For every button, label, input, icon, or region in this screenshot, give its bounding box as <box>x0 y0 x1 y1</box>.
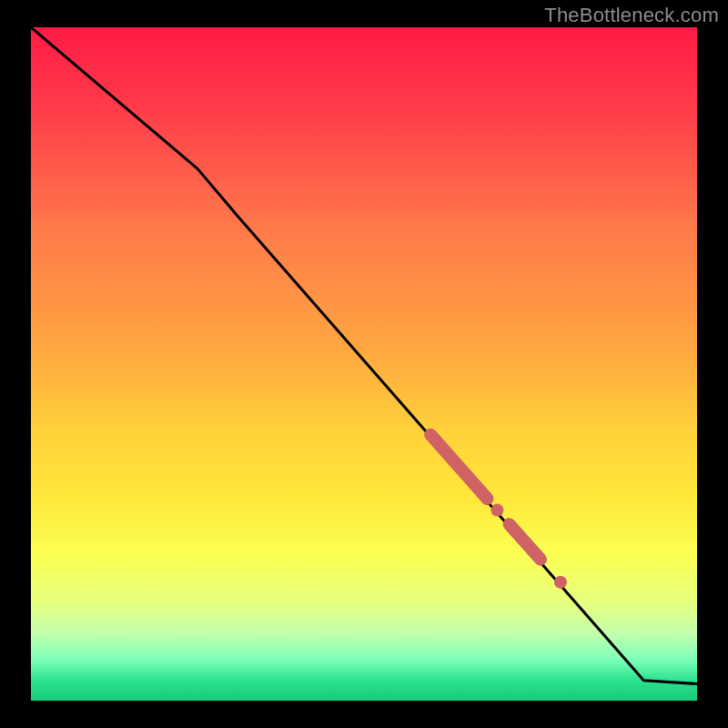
watermark-text: TheBottleneck.com <box>544 4 719 27</box>
chart-svg <box>0 0 728 728</box>
highlight-dot-1 <box>490 504 503 517</box>
gradient-background <box>31 27 697 701</box>
chart-root: TheBottleneck.com <box>0 0 728 728</box>
highlight-dot-3 <box>554 576 567 589</box>
